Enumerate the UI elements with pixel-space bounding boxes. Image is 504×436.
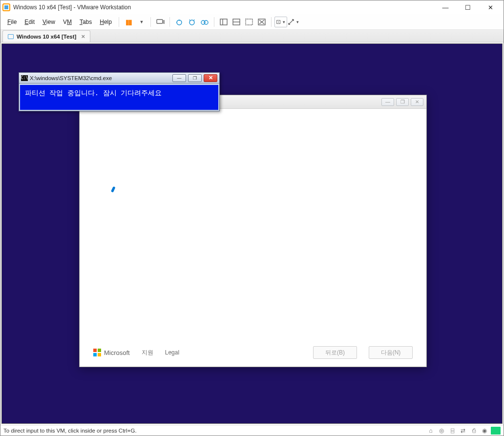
setup-maximize-button[interactable]: ❐	[396, 98, 409, 106]
svg-point-4	[204, 21, 208, 24]
setup-back-button[interactable]: 뒤로(B)	[313, 346, 357, 359]
menu-tabs[interactable]: Tabs	[76, 17, 96, 27]
setup-close-button[interactable]: ✕	[411, 98, 423, 106]
status-floppy-icon[interactable]: ⌸	[448, 427, 457, 435]
cmd-close-button[interactable]: ✕	[204, 74, 217, 82]
toolbar-snapshot-revert-button[interactable]	[186, 17, 198, 27]
toolbar-pause-button[interactable]: ▮▮	[122, 17, 135, 27]
cmd-window[interactable]: C:\ X:\windows\SYSTEM32\cmd.exe — ❐ ✕ 파티…	[19, 72, 220, 111]
setup-footer: Microsoft 지원 Legal 뒤로(B) 다음(N)	[80, 338, 426, 367]
window-close-button[interactable]: ✕	[479, 0, 502, 14]
cmd-title-text: X:\windows\SYSTEM32\cmd.exe	[30, 75, 112, 81]
menu-edit[interactable]: Edit	[21, 17, 39, 27]
microsoft-logo-icon	[93, 349, 101, 356]
vmware-title-text: Windows 10 x64 [Test] - VMware Workstati…	[13, 4, 131, 11]
setup-legal-link[interactable]: Legal	[165, 349, 179, 356]
toolbar-console-button[interactable]	[255, 17, 268, 27]
menu-file[interactable]: File	[3, 17, 21, 27]
window-maximize-button[interactable]: ☐	[457, 0, 479, 14]
menu-view[interactable]: View	[39, 17, 59, 27]
setup-next-button[interactable]: 다음(N)	[369, 346, 413, 359]
toolbar-fullscreen-button[interactable]: ▾	[274, 17, 287, 27]
windows-setup-window: — ❐ ✕ Microsoft 지원 Legal 뒤로(B) 다음(N)	[79, 95, 427, 367]
status-network-icon[interactable]: ⇄	[459, 427, 467, 435]
toolbar-view-split-button[interactable]	[230, 17, 243, 27]
vmware-statusbar: To direct input to this VM, click inside…	[0, 425, 504, 436]
microsoft-logo: Microsoft	[93, 349, 130, 356]
status-harddisk-icon[interactable]: ⌂	[426, 427, 435, 435]
vmware-window: Windows 10 x64 [Test] - VMware Workstati…	[0, 0, 504, 436]
status-usb-icon[interactable]: ⎙	[469, 427, 478, 435]
svg-point-2	[189, 20, 194, 25]
toolbar-send-ctrlaltdel-button[interactable]	[154, 17, 167, 27]
tab-close-icon[interactable]: ×	[81, 33, 85, 40]
vmware-menubar: File Edit View VM Tabs Help ▮▮ ▼ ▾ ▾	[0, 14, 504, 30]
status-cd-icon[interactable]: ◎	[437, 427, 446, 435]
window-minimize-button[interactable]: —	[434, 0, 457, 14]
svg-rect-5	[220, 19, 227, 25]
toolbar-snapshot-manage-button[interactable]	[198, 17, 211, 27]
menu-vm[interactable]: VM	[59, 17, 76, 27]
microsoft-logo-text: Microsoft	[104, 349, 130, 356]
vmware-tab-strip: Windows 10 x64 [Test] ×	[0, 30, 504, 42]
vm-tab[interactable]: Windows 10 x64 [Test] ×	[2, 30, 90, 42]
vm-tab-label: Windows 10 x64 [Test]	[17, 34, 76, 40]
toolbar-power-dropdown[interactable]: ▼	[135, 17, 147, 27]
toolbar-snapshot-take-button[interactable]	[173, 17, 186, 27]
setup-minimize-button[interactable]: —	[381, 98, 394, 106]
monitor-icon	[8, 34, 14, 39]
vmware-titlebar[interactable]: Windows 10 x64 [Test] - VMware Workstati…	[0, 0, 504, 14]
cmd-minimize-button[interactable]: —	[172, 74, 186, 82]
menu-help[interactable]: Help	[96, 17, 116, 27]
vm-display[interactable]: — ❐ ✕ Microsoft 지원 Legal 뒤로(B) 다음(N)	[1, 43, 503, 424]
cmd-output: 파티션 작업 중입니다. 잠시 기다려주세요	[19, 83, 219, 111]
setup-body	[80, 109, 426, 338]
setup-support-link[interactable]: 지원	[142, 349, 153, 357]
svg-rect-9	[246, 19, 252, 25]
status-vm-running-icon[interactable]	[491, 427, 501, 435]
cmd-icon: C:\	[21, 75, 28, 81]
toolbar-view-single-button[interactable]	[217, 17, 230, 27]
statusbar-hint: To direct input to this VM, click inside…	[3, 428, 137, 434]
svg-rect-0	[157, 20, 163, 23]
vmware-icon	[2, 3, 10, 11]
toolbar-stretch-button[interactable]: ▾	[287, 17, 300, 27]
loading-spinner-icon	[103, 185, 121, 203]
cmd-titlebar[interactable]: C:\ X:\windows\SYSTEM32\cmd.exe — ❐ ✕	[19, 73, 219, 83]
toolbar-unity-button[interactable]	[243, 17, 255, 27]
cmd-maximize-button[interactable]: ❐	[188, 74, 202, 82]
status-sound-icon[interactable]: ◉	[480, 427, 489, 435]
